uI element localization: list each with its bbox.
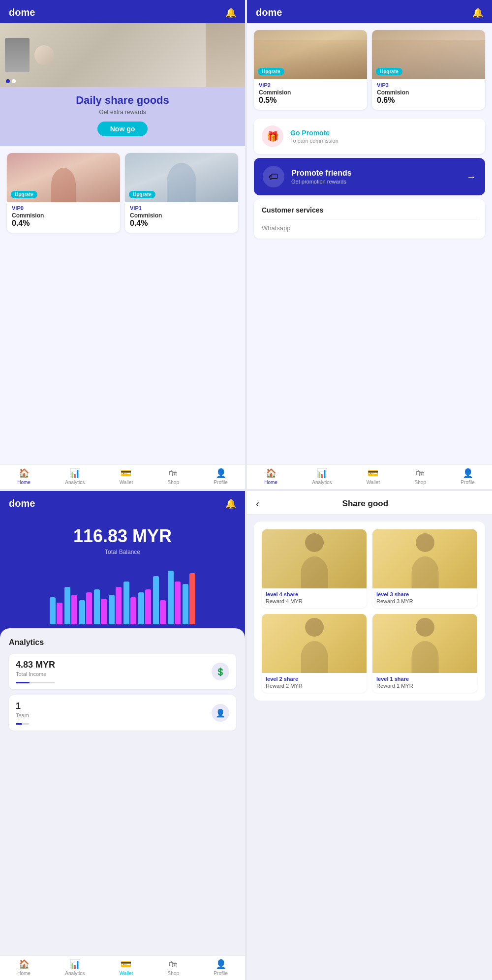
nav-home-label-2: Home	[264, 480, 277, 485]
vip-info-3: VIP3 Commision 0.6%	[372, 79, 485, 110]
upgrate-badge-3[interactable]: Upgrate	[376, 68, 402, 75]
vip-card-1: Upgrate VIP1 Commision 0.4%	[125, 153, 238, 233]
screen-wallet: dome 🔔 116.83 MYR Total Balance Analytic…	[0, 491, 245, 980]
team-progress	[16, 723, 29, 725]
shop-icon-2: 🛍	[416, 468, 425, 479]
home-icon: 🏠	[19, 468, 30, 479]
team-icon-circle: 👤	[212, 704, 229, 722]
wallet-balance: 116.83 MYR	[10, 526, 235, 547]
header: dome 🔔	[0, 0, 245, 23]
banner-subtitle: Get extra rewards	[99, 109, 146, 116]
vip-commission-label-0: Commision	[12, 212, 115, 219]
screen-share-good: ‹ Share good level 4 share Reward 4 MYR	[247, 491, 492, 980]
banner-section: Daily share goods Get extra rewards Now …	[0, 23, 245, 146]
analytics-icon-3: 📊	[69, 959, 80, 970]
app-logo: dome	[9, 7, 35, 18]
wallet-icon-2: 💳	[368, 468, 378, 479]
dot-2	[12, 79, 16, 83]
vip-commission-val-0: 0.4%	[12, 219, 115, 228]
nav-shop-2[interactable]: 🛍 Shop	[415, 468, 426, 485]
team-left: 1 Team	[16, 701, 29, 725]
upgrate-badge-2[interactable]: Upgrate	[258, 68, 284, 75]
promote-friends-icon: 🏷	[263, 166, 284, 187]
nav-home-label-3: Home	[17, 971, 31, 976]
vip-commission-val-1: 0.4%	[130, 219, 233, 228]
now-go-button[interactable]: Now go	[97, 122, 148, 136]
screen-home-2: dome 🔔 Upgrate VIP2 Commision 0.5%	[247, 0, 492, 489]
bar-blue-7	[153, 576, 159, 624]
go-promote-section[interactable]: 🎁 Go Promote To earn commission	[254, 119, 485, 154]
nav-shop[interactable]: 🛍 Shop	[168, 468, 179, 485]
nav-analytics-label-2: Analytics	[312, 480, 332, 485]
income-icon-circle: 💲	[212, 663, 229, 680]
nav-home[interactable]: 🏠 Home	[17, 468, 31, 485]
nav-shop-label-2: Shop	[415, 480, 426, 485]
go-promote-subtitle: To earn commission	[290, 138, 338, 144]
upgrate-badge-1[interactable]: Upgrate	[129, 191, 155, 198]
app-logo-3: dome	[9, 498, 35, 509]
bar-blue-8	[168, 571, 174, 624]
bar-pair-8	[168, 571, 181, 624]
vip-img-2: Upgrate	[254, 30, 367, 79]
customer-service-whatsapp[interactable]: Whatsapp	[262, 224, 477, 232]
vip-card-2: Upgrate VIP2 Commision 0.5%	[254, 30, 367, 110]
vip-commission-val-2: 0.5%	[259, 96, 362, 105]
go-promote-icon: 🎁	[262, 125, 283, 147]
nav-analytics[interactable]: 📊 Analytics	[65, 468, 85, 485]
app-logo-2: dome	[256, 7, 282, 18]
vip-commission-label-1: Commision	[130, 212, 233, 219]
bar-blue-6	[138, 592, 144, 624]
nav-home-3[interactable]: 🏠 Home	[17, 959, 31, 976]
income-value: 4.83 MYR	[16, 660, 55, 670]
profile-icon-3: 👤	[215, 959, 226, 970]
share-label-1: level 1 share	[372, 673, 477, 683]
nav-analytics-label-3: Analytics	[65, 971, 85, 976]
header-2: dome 🔔	[247, 0, 492, 23]
home-content-2: Upgrate VIP2 Commision 0.5% Upgrate VIP3	[247, 23, 492, 464]
bar-pair-1	[64, 587, 77, 624]
bell-icon-3[interactable]: 🔔	[225, 498, 236, 509]
bar-pink-0	[57, 603, 62, 624]
vip-level-2: VIP2	[259, 82, 362, 88]
analytics-icon: 📊	[69, 468, 80, 479]
share-label-4: level 4 share	[262, 588, 367, 598]
bar-blue-0	[50, 597, 56, 624]
team-row: 1 Team 👤	[9, 695, 236, 731]
nav-wallet-2[interactable]: 💳 Wallet	[367, 468, 380, 485]
bar-pair-4	[109, 587, 122, 624]
nav-analytics-2[interactable]: 📊 Analytics	[312, 468, 332, 485]
income-progress-fill	[16, 682, 30, 683]
home-icon-3: 🏠	[19, 959, 30, 970]
vip-img-0: Upgrate	[7, 153, 120, 202]
bar-blue-1	[64, 587, 70, 624]
nav-profile-3[interactable]: 👤 Profile	[214, 959, 227, 976]
nav-shop-3[interactable]: 🛍 Shop	[168, 959, 179, 976]
vip-commission-label-3: Commision	[377, 89, 480, 96]
share-label-2: level 2 share	[262, 673, 367, 683]
nav-profile[interactable]: 👤 Profile	[214, 468, 227, 485]
nav-profile-2[interactable]: 👤 Profile	[461, 468, 474, 485]
wallet-total-label: Total Balance	[10, 549, 235, 555]
promote-friends-card[interactable]: 🏷 Promote friends Get promotion rewards …	[254, 158, 485, 195]
upgrate-badge-0[interactable]: Upgrate	[11, 191, 37, 198]
vip-level-3: VIP3	[377, 82, 480, 88]
nav-home-2[interactable]: 🏠 Home	[264, 468, 277, 485]
banner-dots	[6, 79, 16, 83]
bell-icon-2[interactable]: 🔔	[472, 7, 483, 18]
nav-wallet-3[interactable]: 💳 Wallet	[120, 959, 133, 976]
bar-pair-6	[138, 589, 151, 624]
bar-blue-3	[94, 589, 100, 624]
back-button[interactable]: ‹	[256, 498, 259, 509]
bar-pair-2	[79, 592, 92, 624]
bar-pink-8	[175, 582, 181, 624]
share-reward-2: Reward 2 MYR	[262, 683, 367, 693]
bar-pink-2	[86, 592, 92, 624]
bell-icon[interactable]: 🔔	[225, 7, 236, 18]
share-card-2: level 2 share Reward 2 MYR	[262, 614, 367, 693]
bar-blue-5	[123, 582, 129, 624]
promote-friends-title: Promote friends	[291, 169, 460, 178]
nav-wallet[interactable]: 💳 Wallet	[120, 468, 133, 485]
nav-analytics-3[interactable]: 📊 Analytics	[65, 959, 85, 976]
vip-grid: Upgrate VIP0 Commision 0.4% Upgrate VIP1	[0, 146, 245, 240]
wallet-icon-3: 💳	[121, 959, 131, 970]
